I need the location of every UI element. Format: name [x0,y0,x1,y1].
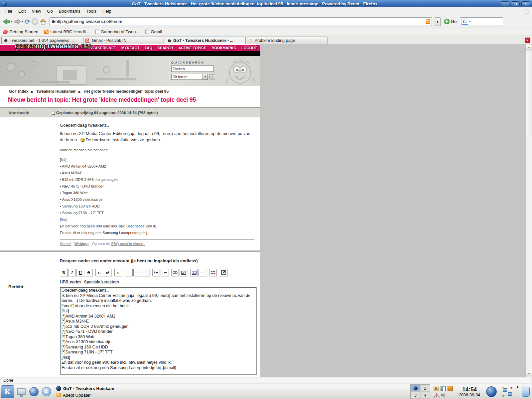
stop-button[interactable]: × [32,18,38,25]
quote-button[interactable] [209,269,217,276]
special-characters-link[interactable]: Speciale karakters [84,280,119,284]
volume-icon[interactable] [441,393,446,398]
window-titlebar[interactable]: GoT - Tweakers Huiskamer - Het grote 'kl… [0,0,532,7]
nav-logout[interactable]: LOGOUT [241,46,257,50]
align-center-button[interactable] [133,269,141,276]
go-icon[interactable] [444,19,450,24]
quicksearch-input[interactable] [171,66,214,72]
horizontal-rule-button[interactable]: — [199,269,206,276]
align-right-button[interactable] [142,269,149,276]
kontact-launcher[interactable]: ✉ [41,386,52,397]
url-input[interactable] [56,19,426,24]
network-places-icon[interactable] [502,386,513,397]
nav-active-topics[interactable]: ACTIVE TOPICS [178,46,206,50]
search-engine-dropdown-icon[interactable]: ▾ [469,20,470,23]
got-logo[interactable]: gathering.tweakers.net [15,44,91,50]
italic-button[interactable]: I [68,269,76,276]
numbered-list-button[interactable]: 12 [161,269,168,276]
nav-myreact[interactable]: MYREACT [121,46,139,50]
vertical-scrollbar[interactable]: ▲ ▼ [525,44,532,377]
klipper-icon[interactable]: k [434,386,439,391]
home-button[interactable] [40,18,47,25]
forward-dropdown-icon[interactable]: ▾ [22,20,23,23]
menu-view[interactable]: View [29,8,44,15]
go-button-label[interactable]: Go [451,19,457,24]
menu-go[interactable]: Go [44,8,55,15]
scroll-up-button[interactable]: ▲ [526,45,532,50]
nav-faq[interactable]: FAQ [145,46,152,50]
clock-time: 14:54 [459,386,480,393]
subscript-button[interactable]: x₂ [95,269,103,276]
rss-feed-icon[interactable] [426,19,430,24]
strikethrough-button[interactable]: S [85,269,92,276]
konqueror-launcher[interactable] [28,386,40,397]
bbq-meet-link[interactable]: BBQ meet in Almere! [111,242,145,246]
minimize-button[interactable]: — [501,1,509,6]
scrollbar-thumb[interactable] [526,51,532,136]
menu-tools[interactable]: Tools [84,8,99,15]
kwallet-icon[interactable] [448,386,453,391]
small-text-button[interactable]: s [114,269,122,276]
close-button[interactable]: × [521,1,530,6]
task-firefox[interactable]: GoT - Tweakers Huiskam [56,385,409,392]
tab-tweakers[interactable]: Tweakers.net - 1.614 pageviews ... [1,37,82,44]
trash-icon[interactable] [522,387,530,397]
kmix-icon[interactable] [441,386,446,391]
bookmark-gathering[interactable]: Gathering of Twea... [95,29,140,34]
pager-desktop-3[interactable]: 3 [411,392,420,399]
scroll-down-button[interactable]: ▼ [526,371,532,376]
forward-button[interactable]: ▾ [14,18,23,25]
close-tab-button[interactable]: × [525,38,530,43]
weblog-link[interactable]: Weblog! [74,242,88,246]
ubb-toolbar: B I U S x₂ x² s [60,269,260,276]
tab-gmail[interactable]: M Gmail - Postvak IN [83,37,164,44]
kmenu-button[interactable]: K [1,385,14,398]
pager-desktop-4[interactable]: 4 [420,392,430,399]
back-button[interactable]: ▾ [3,18,12,25]
task-adept-updater[interactable]: Adept Updater [56,392,409,398]
maximize-button[interactable] [511,1,520,6]
reload-button[interactable]: ⟳ [25,18,30,26]
nav-search[interactable]: SEARCH [158,46,173,50]
show-desktop-button[interactable] [16,386,27,397]
chevron-down-icon[interactable]: ▼ [202,74,207,79]
bold-button[interactable]: B [60,269,67,276]
quicksearch-scope-select[interactable]: Dit forum ▼ [171,74,208,80]
breadcrumb-got-index[interactable]: GoT Index [9,89,29,94]
menu-help[interactable]: Help [100,8,114,15]
pager-desktop-2[interactable]: 2 [420,385,430,392]
table-button[interactable] [190,269,198,276]
superscript-button[interactable]: x² [104,269,111,276]
tab-problem-loading[interactable]: ⚠ Problem loading page [247,37,328,44]
bookmark-bbc-headlines[interactable]: Latest BBC Headli... [44,29,89,34]
underline-button[interactable]: U [76,269,84,276]
ubb-codes-link[interactable]: UBB-codes [60,280,81,284]
breadcrumb-topic[interactable]: Het grote 'kleine mededelingen' topic de… [83,89,169,94]
url-dropdown-button[interactable]: ▼ [435,17,441,26]
back-dropdown-icon[interactable]: ▾ [11,20,12,23]
pager-desktop-1[interactable] [411,385,420,392]
browser-launcher-icon[interactable] [486,386,497,397]
quicksearch-go-button[interactable]: » [209,74,215,79]
bookmark-gmail[interactable]: Gmail [145,29,162,34]
switch-account-link[interactable]: Reageer onder een ander account [60,258,130,263]
tab-got-active[interactable]: GoT - Tweakers Huiskamer - ... [165,37,246,44]
network-monitor-icon[interactable] [434,393,439,398]
breadcrumb-forum[interactable]: Tweakers Huiskamer [36,89,76,94]
clock-widget[interactable]: 14:54 2006-08-04 [459,386,480,397]
link-button[interactable] [171,269,179,276]
fullscreen-editor-button[interactable] [220,269,227,276]
google-search-box[interactable]: G ▾ [460,17,503,26]
image-button[interactable] [180,269,187,276]
menu-file[interactable]: File [3,8,15,15]
specs-link[interactable]: Specs! [60,242,71,246]
nav-bookmarks[interactable]: BOOKMARKS [212,46,236,50]
align-left-button[interactable] [125,269,133,276]
menu-bookmarks[interactable]: Bookmarks [56,8,83,15]
url-bar[interactable] [50,17,432,26]
menu-edit[interactable]: Edit [16,8,28,15]
bullet-list-button[interactable] [152,269,160,276]
bookmark-getting-started[interactable]: Getting Started [3,29,38,34]
panel-hide-arrow-icon[interactable]: ▲ [516,385,519,388]
message-textarea[interactable]: Goedemidaag tweakerts.. Ik ben nu XP Med… [60,287,257,375]
